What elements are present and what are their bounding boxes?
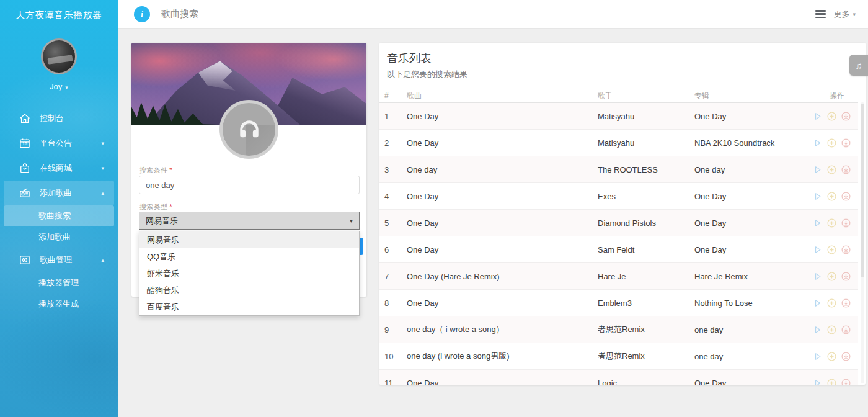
sidebar-item-label: 歌曲管理	[40, 254, 72, 266]
select-option[interactable]: 虾米音乐	[140, 265, 359, 282]
search-term-input[interactable]	[139, 176, 360, 194]
search-term-label: 搜索条件*	[140, 166, 172, 175]
artist-cell: Diamond Pistols	[598, 218, 694, 228]
add-circle-icon[interactable]	[826, 244, 837, 255]
download-icon[interactable]	[841, 164, 851, 175]
download-icon[interactable]	[841, 244, 851, 255]
song-cell: One Day (Hare Je Remix)	[407, 272, 598, 281]
album-cell: One Day	[694, 112, 812, 121]
download-icon[interactable]	[841, 218, 851, 228]
song-cell: one day（ i wrote a song）	[407, 324, 598, 335]
play-icon[interactable]	[812, 111, 823, 122]
download-icon[interactable]	[841, 351, 851, 362]
music-player-tab[interactable]: ♫	[849, 55, 868, 76]
artist-cell: Logic	[598, 379, 694, 385]
download-icon[interactable]	[841, 271, 851, 282]
play-icon[interactable]	[812, 191, 823, 202]
sidebar-subitem-song-search[interactable]: 歌曲搜索	[4, 205, 114, 226]
scrollbar-thumb[interactable]	[861, 104, 864, 277]
add-circle-icon[interactable]	[826, 111, 837, 122]
add-circle-icon[interactable]	[826, 164, 837, 175]
download-icon[interactable]	[841, 298, 851, 308]
add-circle-icon[interactable]	[826, 191, 837, 202]
add-circle-icon[interactable]	[826, 325, 837, 335]
song-cell: One day	[407, 165, 598, 174]
sidebar-item-add-song-group[interactable]: 添加歌曲 ▴	[4, 181, 114, 205]
album-cell: one day	[694, 352, 812, 361]
info-icon-glyph: i	[141, 9, 143, 19]
sidebar-item-online-shop[interactable]: 在线商城 ▾	[0, 156, 118, 181]
sidebar-item-console[interactable]: 控制台	[0, 106, 118, 131]
select-option[interactable]: 网易音乐	[140, 231, 359, 248]
download-icon[interactable]	[841, 111, 851, 122]
menu-icon[interactable]	[815, 10, 826, 18]
row-number: 4	[384, 192, 407, 201]
select-option[interactable]: 酷狗音乐	[140, 282, 359, 298]
album-cell: Nothing To Lose	[694, 298, 812, 308]
artist-cell: Sam Feldt	[598, 245, 694, 254]
select-option[interactable]: QQ音乐	[140, 248, 359, 265]
play-icon[interactable]	[812, 244, 823, 255]
chevron-up-icon: ▴	[101, 190, 104, 196]
selected-option-label: 网易音乐	[146, 215, 178, 226]
play-icon[interactable]	[812, 351, 823, 362]
play-icon[interactable]	[812, 218, 823, 228]
play-icon[interactable]	[812, 271, 823, 282]
table-row: 10 one day (i wrote a song男版) 者思范Remix o…	[379, 343, 858, 370]
row-actions	[812, 378, 855, 385]
headphones-logo	[219, 100, 278, 159]
sidebar-item-song-management[interactable]: 歌曲管理 ▴	[0, 248, 118, 272]
play-icon[interactable]	[812, 138, 823, 148]
row-actions	[812, 218, 855, 228]
artist-cell: Matisyahu	[598, 112, 694, 121]
chevron-up-icon: ▴	[101, 257, 104, 263]
search-type-label: 搜索类型*	[140, 202, 172, 212]
download-icon[interactable]	[841, 378, 851, 385]
add-circle-icon[interactable]	[826, 138, 837, 148]
search-card: 搜索条件* 搜索类型* 网易音乐 ▾ 网易音乐 QQ音乐 虾米音乐 酷狗音乐 百…	[131, 43, 366, 297]
sidebar-subitem-label: 播放器管理	[38, 277, 79, 289]
search-type-select[interactable]: 网易音乐 ▾	[139, 212, 360, 230]
song-cell: one day (i wrote a song男版)	[407, 351, 598, 362]
download-icon[interactable]	[841, 325, 851, 335]
radio-icon	[19, 187, 31, 199]
add-circle-icon[interactable]	[826, 351, 837, 362]
sidebar-subitem-player-management[interactable]: 播放器管理	[0, 272, 118, 294]
play-icon[interactable]	[812, 298, 823, 308]
row-number: 7	[384, 272, 407, 281]
download-icon[interactable]	[841, 191, 851, 202]
more-dropdown[interactable]: 更多▾	[833, 9, 856, 20]
album-cell: One Day	[694, 218, 812, 228]
table-header: # 歌曲 歌手 专辑 操作	[379, 89, 858, 102]
sidebar-subitem-add-song[interactable]: 添加歌曲	[0, 226, 118, 248]
album-cell: NBA 2K10 Soundtrack	[694, 138, 812, 148]
download-icon[interactable]	[841, 138, 851, 148]
album-cell: one day	[694, 325, 812, 334]
column-header-index: #	[384, 91, 407, 100]
column-header-actions: 操作	[812, 91, 853, 101]
song-cell: One Day	[407, 298, 598, 308]
row-actions	[812, 271, 855, 282]
content-area: 搜索条件* 搜索类型* 网易音乐 ▾ 网易音乐 QQ音乐 虾米音乐 酷狗音乐 百…	[118, 29, 868, 417]
artist-cell: The ROOTLESS	[598, 165, 694, 174]
album-cell: One Day	[694, 245, 812, 254]
add-circle-icon[interactable]	[826, 378, 837, 385]
play-icon[interactable]	[812, 164, 823, 175]
sidebar-item-label: 在线商城	[40, 163, 72, 174]
play-icon[interactable]	[812, 325, 823, 335]
song-cell: One Day	[407, 138, 598, 148]
album-cell: One Day	[694, 192, 812, 201]
app-title: 天方夜谭音乐播放器	[0, 0, 118, 21]
sidebar-subitem-player-generate[interactable]: 播放器生成	[0, 294, 118, 315]
row-number: 3	[384, 165, 407, 174]
select-option[interactable]: 百度音乐	[140, 298, 359, 315]
play-icon[interactable]	[812, 378, 823, 385]
scrollbar-track[interactable]	[861, 102, 864, 383]
add-circle-icon[interactable]	[826, 271, 837, 282]
user-menu[interactable]: Joy▾	[0, 82, 118, 91]
sidebar-item-announcements[interactable]: 15 平台公告 ▾	[0, 131, 118, 156]
add-circle-icon[interactable]	[826, 218, 837, 228]
artist-cell: 者思范Remix	[598, 351, 694, 362]
add-circle-icon[interactable]	[826, 298, 837, 308]
user-avatar[interactable]	[41, 38, 77, 74]
